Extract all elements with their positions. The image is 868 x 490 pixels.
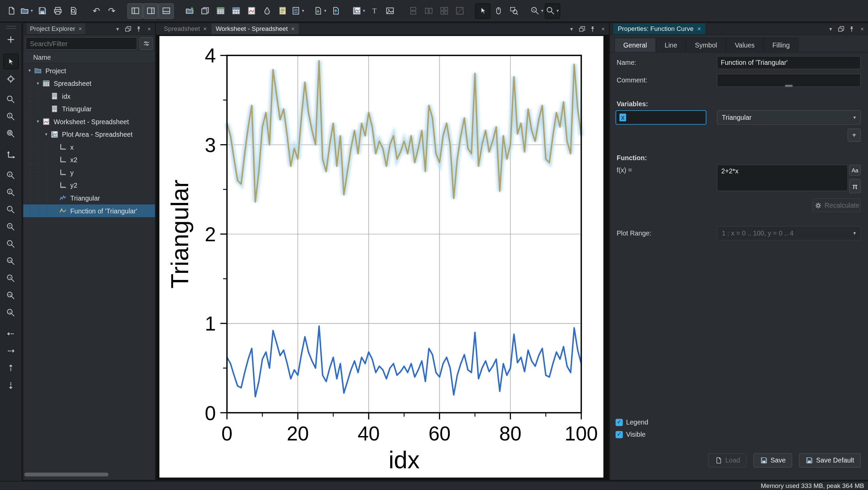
name-input[interactable] bbox=[717, 56, 861, 69]
zoom-button[interactable]: +▾ bbox=[529, 3, 545, 19]
float-panel-icon[interactable] bbox=[123, 24, 133, 33]
crosshair-button[interactable] bbox=[3, 71, 19, 87]
print-preview-button[interactable] bbox=[65, 3, 81, 19]
properties-tab-filling[interactable]: Filling bbox=[764, 38, 798, 52]
worksheet-tab-worksheet-spreadsheet[interactable]: Worksheet - Spreadsheet× bbox=[211, 23, 299, 35]
new-image-button[interactable] bbox=[382, 3, 398, 19]
load-button[interactable]: Load bbox=[708, 453, 747, 468]
tree-item-triangular[interactable]: Triangular bbox=[23, 192, 155, 205]
navigate-button[interactable] bbox=[491, 3, 506, 19]
tree-item-x[interactable]: x bbox=[23, 141, 155, 154]
close-tab-icon[interactable]: × bbox=[203, 25, 207, 32]
new-worksheet-button[interactable] bbox=[243, 3, 259, 19]
new-plot-area-button[interactable]: ▾ bbox=[351, 3, 367, 19]
properties-tab-line[interactable]: Line bbox=[656, 38, 686, 52]
function-expression-input[interactable]: 2+2*x bbox=[717, 165, 848, 191]
import-button[interactable]: ▾ bbox=[312, 3, 328, 19]
zoom-in-y-button[interactable]: +y bbox=[3, 288, 19, 303]
close-tab-icon[interactable]: × bbox=[291, 25, 295, 32]
tree-item-function-of-triangular[interactable]: fFunction of 'Triangular' bbox=[23, 204, 155, 217]
auto-scale-x-button[interactable]: x bbox=[3, 168, 19, 183]
worksheet-tab-spreadsheet[interactable]: Spreadsheet× bbox=[159, 23, 211, 35]
expand-arrow-icon[interactable]: ▾ bbox=[34, 119, 41, 124]
close-tab-icon[interactable]: × bbox=[697, 25, 701, 32]
resize-handle[interactable] bbox=[785, 85, 793, 87]
zoom-out-y-button[interactable]: -y bbox=[3, 305, 19, 321]
zoom-fit-button[interactable] bbox=[3, 126, 19, 142]
add-variable-button[interactable]: + bbox=[848, 129, 861, 142]
toggle-worksheet-preview-button[interactable] bbox=[158, 3, 174, 19]
search-filter-input[interactable] bbox=[25, 37, 137, 50]
redo-button[interactable]: ↷ bbox=[104, 3, 120, 19]
text-format-button[interactable]: Aa bbox=[849, 165, 861, 176]
pin-panel-icon[interactable] bbox=[134, 24, 143, 33]
horizontal-scrollbar[interactable] bbox=[23, 473, 155, 476]
float-panel-icon[interactable] bbox=[577, 24, 587, 33]
tree-item-worksheet-spreadsheet[interactable]: ▾Worksheet - Spreadsheet bbox=[23, 115, 155, 128]
save-button[interactable]: Save bbox=[753, 453, 792, 468]
shift-right-x-button[interactable] bbox=[3, 343, 19, 359]
save-default-button[interactable]: Save Default bbox=[799, 453, 861, 468]
new-workbook-button[interactable] bbox=[197, 3, 213, 19]
tree-item-y[interactable]: y bbox=[23, 166, 155, 179]
pin-panel-icon[interactable] bbox=[847, 24, 856, 33]
select-and-edit-button[interactable] bbox=[475, 3, 491, 19]
add-new-button[interactable] bbox=[3, 32, 19, 48]
panel-menu-caret-icon[interactable]: ▾ bbox=[567, 24, 576, 33]
print-button[interactable] bbox=[50, 3, 65, 19]
recalculate-button[interactable]: Recalculate bbox=[813, 198, 861, 212]
new-datapicker-button[interactable] bbox=[259, 3, 275, 19]
save-project-button[interactable] bbox=[34, 3, 50, 19]
constants-pi-button[interactable]: π bbox=[849, 179, 861, 193]
plot-range-select[interactable]: 1 : x = 0 .. 100, y = 0 .. 4 ▾ bbox=[717, 226, 861, 240]
shift-left-x-button[interactable] bbox=[3, 326, 19, 341]
toggle-project-explorer-button[interactable] bbox=[127, 3, 143, 19]
zoom-out-button[interactable]: - bbox=[3, 236, 19, 252]
tree-item-project[interactable]: ▾Project bbox=[23, 64, 155, 77]
properties-tab-symbol[interactable]: Symbol bbox=[686, 38, 726, 52]
properties-tab-values[interactable]: Values bbox=[726, 38, 764, 52]
close-tab-icon[interactable]: × bbox=[79, 25, 82, 32]
new-folder-button[interactable] bbox=[182, 3, 197, 19]
new-notes-button[interactable] bbox=[275, 3, 290, 19]
select-and-zoom-button[interactable] bbox=[506, 3, 521, 19]
plot-canvas[interactable]: 02040608010001234idxTriangular bbox=[159, 36, 603, 477]
pin-panel-icon[interactable] bbox=[588, 24, 597, 33]
shift-down-y-button[interactable] bbox=[3, 377, 19, 393]
toolbar-drag-handle[interactable] bbox=[6, 26, 16, 29]
new-matrix-button[interactable] bbox=[228, 3, 244, 19]
tree-item-spreadsheet[interactable]: ▾Spreadsheet bbox=[23, 77, 155, 90]
zoom-out-x-button[interactable]: -x bbox=[3, 271, 19, 286]
tree-item-x2[interactable]: x2 bbox=[23, 153, 155, 166]
tree-item-y2[interactable]: y2 bbox=[23, 179, 155, 192]
panel-menu-caret-icon[interactable]: ▾ bbox=[113, 24, 122, 33]
zoom-fit-selection-button[interactable]: - bbox=[3, 202, 19, 218]
auto-scale-button[interactable] bbox=[3, 147, 19, 163]
comment-input[interactable] bbox=[717, 74, 861, 87]
variable-dataset-select[interactable]: Triangular ▾ bbox=[717, 110, 861, 125]
variable-name-input[interactable]: x bbox=[616, 110, 707, 125]
zoom-select-button[interactable] bbox=[3, 92, 19, 107]
properties-title-tab[interactable]: Properties: Function Curve × bbox=[613, 23, 705, 35]
scrollbar-thumb[interactable] bbox=[24, 473, 108, 476]
toggle-properties-explorer-button[interactable] bbox=[143, 3, 158, 19]
undo-button[interactable]: ↶ bbox=[88, 3, 104, 19]
auto-scale-y-button[interactable]: y bbox=[3, 185, 19, 200]
zoom-in-x-button[interactable]: +x bbox=[3, 253, 19, 269]
export-button[interactable] bbox=[328, 3, 343, 19]
tree-item-plot-area-spreadsheet[interactable]: ▾Plot Area - Spreadsheet bbox=[23, 128, 155, 141]
float-panel-icon[interactable] bbox=[836, 24, 846, 33]
new-spreadsheet-button[interactable] bbox=[213, 3, 228, 19]
expand-arrow-icon[interactable]: ▾ bbox=[43, 132, 50, 137]
close-panel-icon[interactable]: × bbox=[857, 24, 867, 33]
zoom-original-button[interactable]: 1 bbox=[3, 109, 19, 125]
expand-arrow-icon[interactable]: ▾ bbox=[26, 68, 33, 73]
legend-checkbox[interactable]: ✓ Legend bbox=[616, 418, 648, 427]
select-pointer-button[interactable] bbox=[3, 54, 19, 69]
properties-tab-general[interactable]: General bbox=[614, 38, 656, 52]
tree-item-triangular[interactable]: Triangular bbox=[23, 102, 155, 115]
filter-options-button[interactable] bbox=[139, 37, 153, 50]
close-panel-icon[interactable]: × bbox=[598, 24, 608, 33]
shift-up-y-button[interactable] bbox=[3, 360, 19, 376]
new-project-button[interactable] bbox=[3, 3, 19, 19]
